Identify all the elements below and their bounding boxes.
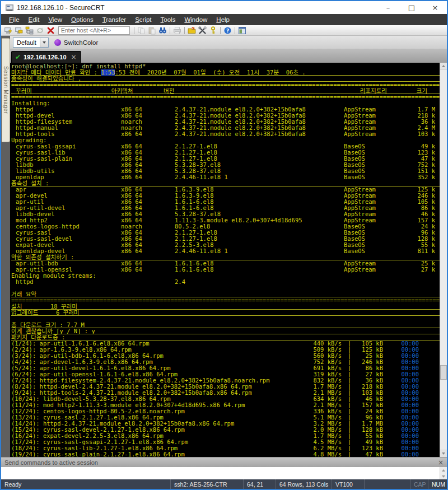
paste-icon — [148, 26, 156, 35]
package-row: apr-utilx86_641.6.1-6.el8AppStream105 k — [11, 199, 440, 205]
global-options-button[interactable] — [197, 26, 208, 35]
terminal-text-line: 이게 괜찮습니까 [y / N] : y — [11, 328, 440, 334]
switchcolor-button[interactable]: SwitchColor — [54, 39, 98, 46]
print-icon — [173, 26, 181, 35]
download-row: (19/24): cyrus-sasl-plain-2.1.27-1.el8.x… — [11, 451, 440, 457]
command-input[interactable] — [1, 467, 440, 479]
minimize-button[interactable]: – — [376, 1, 400, 14]
session-manager-tab[interactable]: Session Manager — [2, 38, 10, 142]
close-button[interactable]: × — [423, 1, 447, 14]
connect-in-tab-icon — [25, 26, 34, 35]
session-manager-toggle-icon — [238, 26, 246, 35]
menu-bar: File Edit View Options Transfer Script T… — [1, 14, 447, 25]
terminal-text-line: 업그레이드 6 꾸러미 — [11, 310, 440, 316]
status-bar: Ready ssh2: AES-256-CTR 64, 21 64 Rows, … — [1, 479, 447, 489]
terminal-text-line: 설치 18 꾸러미 — [11, 304, 440, 310]
title-bar: 192.168.126.10 - SecureCRT – □ × — [1, 1, 447, 14]
package-row: cyrus-sasl-plainx86_642.1.27-1.el8BaseOS… — [11, 156, 440, 162]
scrollbar-thumb[interactable] — [440, 365, 447, 380]
toolbar: ? — [1, 25, 447, 36]
scroll-down-icon[interactable] — [440, 450, 447, 457]
terminal-text-line: 패키지 다운로드중 : — [11, 334, 440, 340]
menu-item-transfer[interactable]: Transfer — [98, 14, 130, 25]
terminal-text-line: 종속성 설치 : — [11, 180, 440, 186]
find-icon — [158, 26, 167, 35]
menu-item-view[interactable]: View — [44, 14, 67, 25]
maximize-button[interactable]: □ — [400, 1, 423, 14]
package-row: httpd-toolsx86_642.4.37-21.module_el8.2.… — [11, 131, 440, 137]
session-tab[interactable]: ✔ 192.168.126.10 × — [11, 51, 81, 63]
package-row: openldap-develx86_642.4.46-11.el8_1BaseO… — [11, 248, 440, 254]
session-options-button[interactable] — [186, 26, 197, 35]
download-row: (10/24): libdb-devel-5.3.28-37.el8.x86_6… — [11, 396, 440, 402]
status-cursor-position: 64, 21 — [243, 479, 276, 489]
status-spacer — [364, 479, 410, 489]
session-options-icon — [188, 26, 196, 35]
keygen-button[interactable] — [208, 26, 218, 35]
menu-item-file[interactable]: File — [4, 14, 24, 25]
svg-text:?: ? — [226, 28, 229, 34]
connect-in-tab-button[interactable] — [24, 26, 35, 35]
download-row: (7/24): httpd-filesystem-2.4.37-21.modul… — [11, 377, 440, 384]
command-input-scrollbar[interactable] — [440, 467, 447, 479]
session-manager-toggle-button[interactable] — [237, 26, 248, 35]
package-row: libdbx86_645.3.28-37.el8BaseOS752 k — [11, 162, 440, 168]
download-row: (12/24): centos-logos-httpd-80.5-2.el8.n… — [11, 408, 440, 414]
download-row: (11/24): mod_http2-1.11.3-3.module_el8.2… — [11, 402, 440, 408]
status-num-lock: NUM — [428, 479, 447, 489]
terminal-screen[interactable]: root@localhost:[~]: dnf install httpd*마지… — [10, 63, 440, 457]
global-options-icon — [198, 26, 207, 35]
blank-line — [11, 285, 440, 291]
menu-item-window[interactable]: Window — [180, 14, 212, 25]
scroll-up-icon[interactable] — [440, 467, 447, 473]
package-row: httpd-filesystemnoarch2.4.37-21.module_e… — [11, 119, 440, 125]
terminal-text-line: 총 다운로드 크기 : 7.7 M — [11, 322, 440, 328]
print-button[interactable] — [172, 26, 183, 35]
secondary-toolbar: Default SwitchColor — [10, 36, 447, 49]
menu-item-script[interactable]: Script — [130, 14, 156, 25]
download-row: (18/24): cyrus-sasl-lib-2.1.27-1.el8.x86… — [11, 445, 440, 451]
download-row: (3/24): apr-util-bdb-1.6.1-6.el8.x86_64.… — [11, 353, 440, 359]
menu-item-edit[interactable]: Edit — [24, 14, 44, 25]
status-caps-lock: CAP — [410, 479, 428, 489]
scroll-down-icon[interactable] — [440, 473, 447, 479]
command-bar-close-icon[interactable]: × — [438, 459, 444, 466]
command-bar-hint: Send commands to active session — [4, 459, 438, 466]
download-row: (8/24): httpd-devel-2.4.37-21.module_el8… — [11, 384, 440, 390]
blank-line — [11, 316, 440, 322]
terminal-scrollbar[interactable] — [440, 63, 447, 457]
reconnect-button[interactable] — [35, 26, 45, 35]
package-row: httpd-manualnoarch2.4.37-21.module_el8.2… — [11, 125, 440, 131]
tab-close-icon[interactable]: × — [71, 54, 77, 60]
download-row: (4/24): apr-devel-1.6.3-9.el8.x86_64.rpm… — [11, 359, 440, 365]
app-icon — [6, 4, 13, 11]
chevron-down-icon[interactable] — [40, 38, 48, 47]
help-button[interactable]: ? — [222, 26, 233, 35]
download-row: (5/24): apr-util-devel-1.6.1-6.el8.x86_6… — [11, 365, 440, 371]
terminal-text-line: 거래 요약 — [11, 291, 440, 297]
menu-item-tools[interactable]: Tools — [156, 14, 180, 25]
download-row: (15/24): cyrus-sasl-devel-2.1.27-1.el8.x… — [11, 427, 440, 433]
package-row: apr-util-develx86_641.6.1-6.el8AppStream… — [11, 205, 440, 211]
host-input[interactable] — [58, 26, 130, 35]
find-button[interactable] — [157, 26, 168, 35]
download-row: (2/24): apr-1.6.3-9.el8.x86_64.rpm509 kB… — [11, 347, 440, 353]
copy-icon — [137, 26, 146, 35]
quick-connect-button[interactable] — [3, 26, 13, 35]
package-row: cyrus-sasl-gssapix86_642.1.27-1.el8BaseO… — [11, 143, 440, 150]
disconnect-button[interactable] — [45, 26, 56, 35]
switchcolor-icon — [54, 39, 61, 46]
profile-dropdown-value: Default — [13, 39, 40, 46]
menu-item-help[interactable]: Help — [212, 14, 234, 25]
package-row: libdb-develx86_645.3.28-37.el8AppStream4… — [11, 211, 440, 217]
profile-dropdown[interactable]: Default — [13, 38, 49, 48]
menu-item-options[interactable]: Options — [67, 14, 98, 25]
terminal-text-line: 종속성이 해결되었습니다 . — [11, 76, 440, 82]
separator-line: ========================================… — [11, 82, 440, 88]
download-row: (13/24): cyrus-sasl-2.1.27-1.el8.x86_64.… — [11, 414, 440, 421]
scroll-up-icon[interactable] — [440, 63, 447, 70]
tab-bar: ✔ 192.168.126.10 × — [10, 49, 447, 63]
paste-button[interactable] — [147, 26, 157, 35]
copy-button[interactable] — [136, 26, 147, 35]
connect-button[interactable] — [13, 26, 24, 35]
